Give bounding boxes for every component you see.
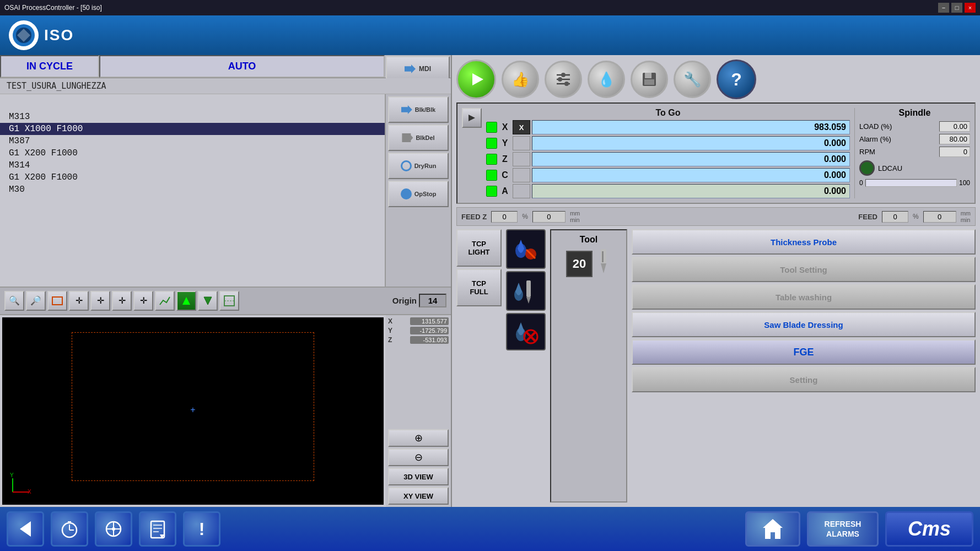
bottom-toolbar: ! REFRESH ALARMS Cms [0,507,980,551]
dro-z-row: Z 0.000 [486,152,850,166]
app-title: ISO [44,26,74,44]
graph1-btn[interactable] [155,291,175,311]
motor-icon [859,160,875,176]
rect-btn[interactable] [47,291,67,311]
svg-point-15 [558,77,562,82]
svg-rect-33 [602,251,604,262]
table-washing-button[interactable]: Table washing [632,284,976,310]
svg-marker-11 [472,73,483,85]
dro-y-value: 0.000 [532,136,850,150]
svg-marker-4 [204,297,212,305]
feed-z-unit: mmmin [570,210,580,223]
svg-rect-19 [645,73,651,78]
minimize-button[interactable]: − [938,3,949,13]
program-name: TEST_USURA_LUNGHEZZA [0,78,451,94]
code-line-g1-200-1: G1 X200 F1000 [0,147,385,159]
zoom-toolbar: 🔍 🔎 ✛ ✛ ✛ ✛ Origin 14 [0,287,451,315]
zoom-in-view-btn[interactable]: ⊕ [388,429,449,447]
spindle-rpm-value: 0 [939,147,970,157]
spindle-load-value: 0.00 [939,121,970,132]
timer-button[interactable] [51,511,88,547]
spindle-slider[interactable] [865,179,957,187]
graph4-btn[interactable] [219,291,239,311]
save-button[interactable] [631,61,668,98]
tool-no-coolant-icon [506,313,546,350]
wrench-button[interactable]: 🔧 [674,61,711,98]
drill-icon [596,248,611,280]
header: ISO [0,15,980,55]
water-drop-button[interactable]: 💧 [588,61,625,98]
close-button[interactable]: × [965,3,976,13]
zoom-out-icon-btn[interactable]: 🔎 [26,291,46,311]
dro-title: To Go [486,108,850,118]
spindle-slider-max: 100 [959,179,970,187]
setting-button[interactable]: Setting [632,367,976,392]
feed-z-label: FEED Z [461,213,487,221]
tcp-light-button[interactable]: TCP LIGHT [456,229,502,267]
coord-z-value: -531.093 [410,336,449,344]
spindle-panel: Spindle LOAD (%) 0.00 Alarm (%) 80.00 RP… [854,108,970,198]
crosshair1-btn[interactable]: ✛ [69,291,89,311]
feed-z-pct: 0 [491,211,518,223]
coord-y-label: Y [388,327,392,334]
view-xy-button[interactable]: XY VIEW [388,487,449,505]
refresh-alarms-button[interactable]: REFRESH ALARMS [807,511,879,547]
feed-label: FEED [858,213,877,221]
code-line-empty [0,99,385,111]
feed-pct: 0 [882,211,908,223]
tool-panel: Tool 20 [550,229,627,503]
thumbs-up-button[interactable]: 👍 [502,61,539,98]
code-line-g1-200-2: G1 X200 F1000 [0,171,385,183]
tool-setting-button[interactable]: Tool Setting [632,257,976,282]
tool-title: Tool [580,235,598,245]
fge-button[interactable]: FGE [632,339,976,365]
code-area: M313 G1 X1000 F1000 M387 G1 X200 F1000 M… [0,94,385,287]
zoom-out-view-btn[interactable]: ⊖ [388,449,449,466]
zoom-in-icon-btn[interactable]: 🔍 [4,291,24,311]
coord-y-row: Y -1725.799 [388,327,449,334]
dry-run-button[interactable]: DryRun [388,153,449,179]
page-button[interactable] [139,511,176,547]
saw-blade-dressing-button[interactable]: Saw Blade Dressing [632,312,976,337]
op-stop-button[interactable]: OpStop [388,181,449,207]
mode-status: AUTO [99,55,385,78]
graph2-btn[interactable] [176,291,196,311]
blk-blk-button[interactable]: Blk/Blk [388,96,449,123]
sliders-button[interactable] [545,61,582,98]
left-section: IN CYCLE AUTO MDI TEST_USURA_LUNGHEZZA M… [0,55,452,507]
right-panel: 👍 💧 [452,55,980,507]
view-3d-button[interactable]: 3D VIEW [388,468,449,485]
code-line-m30: M30 [0,183,385,196]
coord-z-row: Z -531.093 [388,336,449,344]
crosshair2-btn[interactable]: ✛ [90,291,110,311]
svg-point-17 [564,82,569,86]
titlebar-controls: − □ × [938,3,976,13]
spindle-motor-row: LDCAU [859,160,970,176]
status-bar: IN CYCLE AUTO MDI [0,55,451,78]
crosshair-nav-button[interactable] [95,511,132,547]
back-button[interactable] [7,511,44,547]
play-button[interactable] [456,60,496,99]
spindle-rpm-label: RPM [859,148,875,156]
dro-play-button[interactable] [462,108,482,128]
maximize-button[interactable]: □ [951,3,962,13]
home-button[interactable] [745,511,800,547]
svg-text:Y: Y [10,473,14,478]
blk-del-button[interactable]: BlkDel [388,125,449,151]
crosshair4-btn[interactable]: ✛ [133,291,153,311]
svg-point-13 [561,73,566,77]
logo-icon [9,20,39,50]
spindle-alarm-value: 80.00 [939,134,970,144]
thickness-probe-button[interactable]: Thickness Probe [632,229,976,255]
dro-x-row: X X 983.059 [486,120,850,134]
tcp-full-button[interactable]: TCP FULL [456,269,502,306]
coord-x-value: 1315.577 [410,317,449,325]
help-button[interactable]: ? [717,60,756,99]
top-action-buttons: 👍 💧 [456,60,976,99]
code-line-g1-highlighted[interactable]: G1 X1000 F1000 [0,123,385,135]
coolant-icon-2 [506,271,546,311]
graph3-btn[interactable] [198,291,218,311]
motor-label: LDCAU [878,164,902,172]
alert-button[interactable]: ! [183,511,220,547]
crosshair3-btn[interactable]: ✛ [112,291,132,311]
